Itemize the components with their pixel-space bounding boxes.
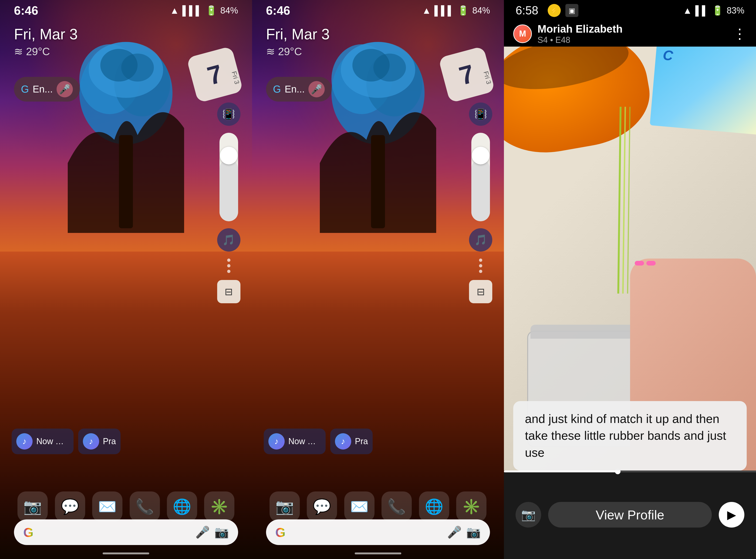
tree-svg [68,23,184,233]
dock-phone-middle[interactable]: 📞 [381,491,412,522]
video-play-btn[interactable]: ▶ [719,502,745,528]
bottom-dock-middle: 📷 💬 ✉️ 📞 🌐 ✳️ [252,491,504,522]
battery-pct-middle: 84% [472,6,490,16]
translate-pill-left[interactable]: G En... 🎤 [14,77,80,102]
svg-line-15 [623,107,625,293]
video-bottom-bar: 📷 View Profile ▶ [504,470,756,559]
status-bar-left: 6:46 ▲ ▌▌▌ 🔋 84% [0,0,252,21]
signal-icon-right: ▌▌ [695,5,709,16]
video-status-right: ▲ ▌▌ 🔋 83% [683,5,745,16]
translate-icon-left: G [21,83,29,95]
dock-extra-middle[interactable]: ✳️ [456,491,487,522]
dock-gmail-middle[interactable]: ✉️ [344,491,375,522]
search-bar-middle[interactable]: G 🎤 📷 [266,519,490,545]
dock-messages-left[interactable]: 💬 [55,491,85,522]
dock-extra-left[interactable]: ✳️ [204,491,234,522]
messenger-icon[interactable]: ⚡ [548,4,561,17]
volume-fill-left [219,159,238,221]
status-icons-middle: ▲ ▌▌▌ 🔋 84% [422,5,490,16]
music-card-2-middle[interactable]: ♪ Pra [330,429,373,454]
music-label-2-left: Pra [103,437,116,446]
dot-3-left [227,270,231,273]
search-mic-left[interactable]: 🎤 [195,526,210,539]
battery-pct-right: 83% [727,6,745,16]
view-profile-btn[interactable]: View Profile [548,502,712,528]
dock-browser-left[interactable]: 🌐 [167,491,197,522]
dock-messages-middle[interactable]: 💬 [307,491,337,522]
side-panel-left: 📳 🎵 ⊟ [217,103,240,303]
video-status-bar: 6:58 ⚡ ▣ ▲ ▌▌ 🔋 83% [504,0,756,21]
dot-1-left [227,259,231,262]
date-text-left: Fri, Mar 3 [14,26,78,43]
google-logo-middle: G [275,525,286,540]
clock-number-left: 7 [204,59,226,91]
channel-avatar[interactable]: M [513,24,532,43]
music-card-1-left[interactable]: ♪ Now Playi... [11,429,74,454]
video-camera-btn[interactable]: 📷 [516,502,541,528]
translate-mic-left[interactable]: 🎤 [56,81,73,97]
volume-thumb-middle [472,147,490,164]
dock-phone-left[interactable]: 📞 [129,491,160,522]
dot-2-left [227,264,231,267]
channel-name: Moriah Elizabeth [538,23,727,35]
status-icons-left: ▲ ▌▌▌ 🔋 84% [170,5,238,16]
bottom-dock-left: 📷 💬 ✉️ 📞 🌐 ✳️ [0,491,252,522]
svg-line-14 [618,107,621,293]
music-label-1-left: Now Playi... [36,437,69,446]
video-progress-bar[interactable] [504,470,756,472]
wifi-icon-right: ▲ [683,5,692,16]
status-time-middle: 6:46 [266,3,290,18]
dock-gmail-left[interactable]: ✉️ [92,491,122,522]
search-lens-middle[interactable]: 📷 [466,526,481,539]
translate-mic-middle[interactable]: 🎤 [308,81,325,97]
volume-slider-middle[interactable] [471,133,490,221]
search-mic-middle[interactable]: 🎤 [447,526,462,539]
video-status-icons: ⚡ ▣ [548,4,578,17]
dock-camera-middle[interactable]: 📷 [269,491,300,522]
vibrate-btn-left[interactable]: 📳 [217,103,240,126]
side-dots-left [227,259,231,273]
phone-panel-middle: 6:46 ▲ ▌▌▌ 🔋 84% Fri, Mar 3 ≋ 29°C G En.… [252,0,504,559]
translate-pill-middle[interactable]: G En... 🎤 [266,77,332,102]
home-indicator-left[interactable] [103,553,149,554]
dock-browser-middle[interactable]: 🌐 [419,491,449,522]
tree-svg-mid [320,23,436,233]
channel-more-btn[interactable]: ⋮ [733,26,747,42]
weather-text-middle: ≋ 29°C [266,45,330,58]
wifi-icon-left: ▲ [170,5,179,16]
music-btn-middle[interactable]: 🎵 [469,228,492,251]
search-bar-left[interactable]: G 🎤 📷 [14,519,238,545]
dock-camera-left[interactable]: 📷 [18,491,48,522]
music-row-middle: ♪ Now Playi... ♪ Pra [264,429,467,454]
subtitle-text: and just kind of match it up and then ta… [525,410,735,461]
wifi-icon-middle: ▲ [422,5,431,16]
pip-icon[interactable]: ▣ [565,4,578,17]
date-text-middle: Fri, Mar 3 [266,26,330,43]
volume-slider-left[interactable] [219,133,238,221]
search-lens-left[interactable]: 📷 [214,526,229,539]
dot-1-middle [479,259,482,262]
signal-icon-middle: ▌▌▌ [434,5,454,16]
vibrate-btn-middle[interactable]: 📳 [469,103,492,126]
clock-number-middle: 7 [456,59,477,91]
cc-btn-middle[interactable]: ⊟ [469,280,492,303]
battery-pct-left: 84% [220,6,238,16]
cc-btn-left[interactable]: ⊟ [217,280,240,303]
music-btn-left[interactable]: 🎵 [217,228,240,251]
music-card-1-middle[interactable]: ♪ Now Playi... [264,429,326,454]
play-icon: ▶ [727,508,736,521]
battery-icon-left: 🔋 [206,5,217,16]
date-widget-middle: Fri, Mar 3 ≋ 29°C [266,26,330,58]
signal-icon-left: ▌▌▌ [183,5,202,16]
home-indicator-middle[interactable] [355,553,401,554]
music-icon-2-left: ♪ [83,433,99,449]
music-card-2-left[interactable]: ♪ Pra [78,429,121,454]
dot-2-middle [479,264,482,267]
svg-point-5 [121,53,154,82]
pip-symbol: ▣ [569,6,575,15]
messenger-bolt: ⚡ [550,7,558,15]
google-logo-left: G [23,525,33,540]
music-icon-1-left: ♪ [16,433,32,449]
battery-icon-middle: 🔋 [457,5,469,16]
avatar-letter: M [519,29,526,39]
